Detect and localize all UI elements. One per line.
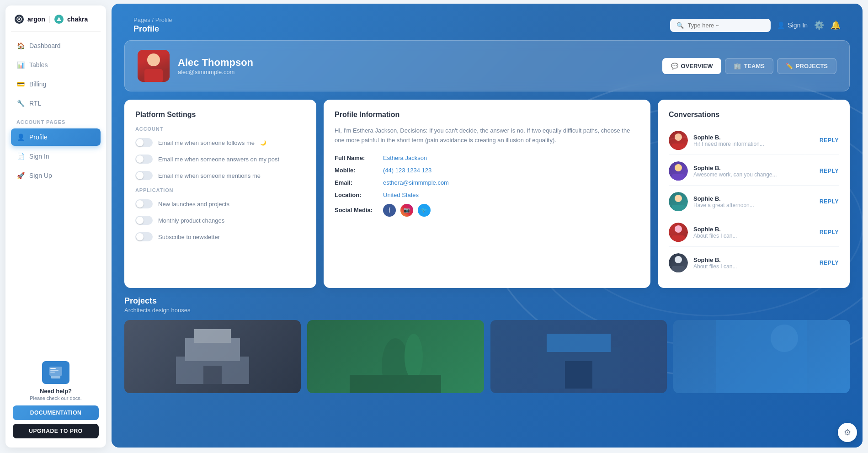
nav-item-rtl[interactable]: 🔧 RTL xyxy=(11,95,101,112)
fullname-label: Full Name: xyxy=(335,155,380,161)
toggle-answers-switch[interactable] xyxy=(135,155,153,164)
conversation-item: Sophie B. Have a great afternoon... REPL… xyxy=(669,187,839,216)
info-location: Location: United States xyxy=(335,192,639,198)
toggle-monthly-switch[interactable] xyxy=(135,216,153,225)
info-mobile: Mobile: (44) 123 1234 123 xyxy=(335,167,639,174)
svg-rect-6 xyxy=(50,370,59,371)
toggle-newsletter-switch[interactable] xyxy=(135,232,153,241)
fullname-value: Esthera Jackson xyxy=(383,155,427,161)
svg-rect-5 xyxy=(50,368,56,369)
reply-button-2[interactable]: REPLY xyxy=(820,168,839,174)
toggle-launches-switch[interactable] xyxy=(135,199,153,208)
cards-row: Platform Settings ACCOUNT Email me when … xyxy=(121,100,853,288)
conversation-item: Sophie B. About files I can... REPLY xyxy=(669,249,839,277)
sign-up-icon: 🚀 xyxy=(16,171,25,180)
info-social: Social Media: f 📷 🐦 xyxy=(335,204,639,217)
svg-point-26 xyxy=(405,334,423,379)
reply-button-3[interactable]: REPLY xyxy=(820,198,839,205)
tab-overview[interactable]: 💬 OVERVIEW xyxy=(662,58,722,74)
instagram-icon[interactable]: 📷 xyxy=(400,204,413,217)
moon-icon: 🌙 xyxy=(260,140,266,146)
settings-icon[interactable]: ⚙️ xyxy=(814,20,824,30)
reply-button-5[interactable]: REPLY xyxy=(820,260,839,266)
toggle-mentions-switch[interactable] xyxy=(135,171,153,180)
project-card-1[interactable] xyxy=(124,320,301,393)
svg-rect-12 xyxy=(672,144,685,150)
nav-item-tables[interactable]: 📊 Tables xyxy=(11,56,101,74)
profile-email: alec@simmmple.com xyxy=(178,69,253,75)
topbar: Pages / Profile Profile 🔍 👤 Sign In ⚙️ 🔔 xyxy=(121,9,853,34)
svg-point-13 xyxy=(675,164,682,171)
toggle-launches: New launches and projects xyxy=(135,199,305,208)
profile-name: Alec Thompson xyxy=(178,57,253,69)
conversation-item: Sophie B. Hi! I need more information...… xyxy=(669,126,839,155)
breadcrumb-area: Pages / Profile Profile xyxy=(133,16,172,34)
search-bar[interactable]: 🔍 xyxy=(670,19,771,32)
svg-rect-27 xyxy=(350,375,441,393)
svg-rect-30 xyxy=(565,361,592,389)
nav-item-billing[interactable]: 💳 Billing xyxy=(11,75,101,93)
account-section-label: ACCOUNT PAGES xyxy=(11,114,101,127)
nav-item-sign-up[interactable]: 🚀 Sign Up xyxy=(11,167,101,184)
reply-button-1[interactable]: REPLY xyxy=(820,137,839,144)
svg-rect-16 xyxy=(672,205,685,211)
project-card-4[interactable] xyxy=(673,320,850,393)
toggle-follows: Email me when someone follows me 🌙 xyxy=(135,138,305,147)
svg-point-19 xyxy=(675,256,682,263)
sign-in-button[interactable]: 👤 Sign In xyxy=(777,21,808,29)
toggle-newsletter-label: Subscribe to newsletter xyxy=(158,234,220,240)
sidebar-bottom: Need help? Please check our docs. DOCUME… xyxy=(11,356,101,440)
svg-marker-2 xyxy=(57,17,61,21)
billing-icon: 💳 xyxy=(16,80,25,88)
tab-projects[interactable]: ✏️ PROJECTS xyxy=(777,58,836,74)
application-section: APPLICATION xyxy=(135,187,305,193)
social-label: Social Media: xyxy=(335,207,380,213)
nav-item-sign-in[interactable]: 📄 Sign In xyxy=(11,148,101,165)
search-input[interactable] xyxy=(687,22,764,29)
svg-point-17 xyxy=(675,225,682,233)
notification-icon[interactable]: 🔔 xyxy=(831,20,841,30)
location-label: Location: xyxy=(335,192,380,198)
projects-grid xyxy=(124,320,850,393)
svg-rect-7 xyxy=(50,372,55,373)
need-help-subtitle: Please check our docs. xyxy=(13,395,99,401)
upgrade-button[interactable]: UPGRADE TO PRO xyxy=(13,424,99,438)
project-card-3[interactable] xyxy=(490,320,667,393)
location-value: United States xyxy=(383,192,419,198)
svg-point-11 xyxy=(675,133,682,141)
facebook-icon[interactable]: f xyxy=(383,204,396,217)
toggle-follows-switch[interactable] xyxy=(135,138,153,147)
profile-header-card: Alec Thompson alec@simmmple.com 💬 OVERVI… xyxy=(124,40,850,91)
reply-button-4[interactable]: REPLY xyxy=(820,229,839,235)
chakra-logo-icon xyxy=(54,15,64,24)
svg-rect-4 xyxy=(51,376,60,378)
toggle-monthly-label: Monthly product changes xyxy=(158,217,224,224)
sign-in-icon: 📄 xyxy=(16,152,25,160)
email-value: esthera@simmmple.com xyxy=(383,179,449,186)
search-icon: 🔍 xyxy=(676,22,684,29)
toggle-newsletter: Subscribe to newsletter xyxy=(135,232,305,241)
conv-body-4: Sophie B. About files I can... xyxy=(693,226,814,239)
tab-teams[interactable]: 🏢 TEAMS xyxy=(725,58,773,74)
projects-tab-icon: ✏️ xyxy=(786,63,793,69)
toggle-answers-label: Email me when someone answers on my post xyxy=(158,156,279,163)
nav-item-profile[interactable]: 👤 Profile xyxy=(11,128,101,146)
toggle-launches-label: New launches and projects xyxy=(158,201,229,208)
svg-rect-14 xyxy=(672,174,685,181)
project-card-2[interactable] xyxy=(307,320,484,393)
projects-subtitle: Architects design houses xyxy=(124,307,850,314)
nav-item-dashboard[interactable]: 🏠 Dashboard xyxy=(11,37,101,54)
documentation-button[interactable]: DOCUMENTATION xyxy=(13,405,99,420)
toggle-follows-label: Email me when someone follows me xyxy=(158,139,255,146)
toggle-mentions-label: Email me when someone mentions me xyxy=(158,172,261,179)
profile-name-area: Alec Thompson alec@simmmple.com xyxy=(178,57,253,75)
need-help-title: Need help? xyxy=(13,388,99,394)
twitter-icon[interactable]: 🐦 xyxy=(418,204,431,217)
svg-rect-9 xyxy=(144,69,163,82)
email-label: Email: xyxy=(335,179,380,186)
info-email: Email: esthera@simmmple.com xyxy=(335,179,639,186)
conv-avatar-4 xyxy=(669,223,688,242)
platform-settings-title: Platform Settings xyxy=(135,111,305,119)
teams-tab-icon: 🏢 xyxy=(734,63,741,69)
gear-float-button[interactable]: ⚙ xyxy=(838,423,857,442)
